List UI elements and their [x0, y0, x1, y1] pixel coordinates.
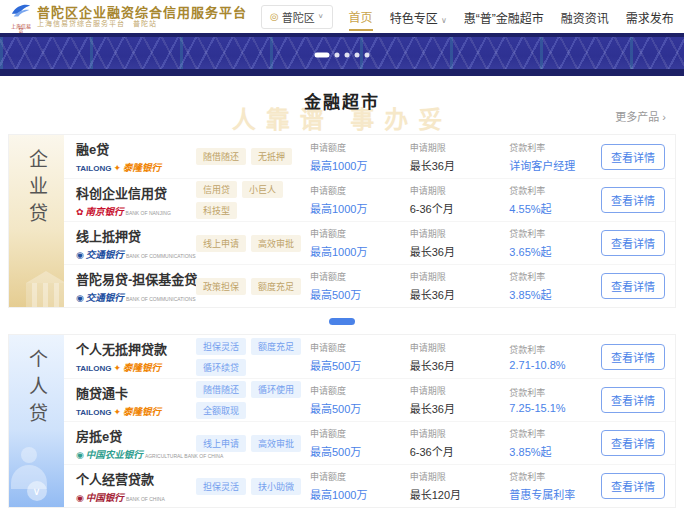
page-title: 金融超市: [304, 88, 380, 113]
location-selector[interactable]: ◎ 普陀区 ∨: [261, 5, 333, 29]
amount-value: 最高1000万: [310, 486, 402, 502]
bank-mark-icon: ◉: [76, 493, 84, 503]
product-tag: 担保灵活: [196, 478, 246, 495]
product-tag: 高效审批: [251, 435, 301, 452]
product-tag: 扶小助微: [251, 478, 301, 495]
product-tag: 线上申请: [196, 235, 246, 252]
rate-value: 7.25-15.1%: [509, 402, 601, 414]
product-tag: 无抵押: [251, 148, 292, 165]
period-value: 最长36月: [410, 400, 502, 416]
product-tags: 担保灵活额度充足循环续贷: [196, 338, 302, 376]
bank-en-name: TAILONG: [76, 364, 111, 373]
hero-banner: [0, 33, 684, 76]
period-value: 6-36个月: [410, 443, 502, 459]
product-title: 房抵e贷: [76, 426, 196, 445]
rate-value: 3.65%起: [509, 243, 601, 259]
period-label: 申请期限: [410, 341, 502, 354]
rate-label: 贷款利率: [509, 427, 601, 440]
product-tag: 额度充足: [251, 338, 301, 355]
amount-value: 最高1000万: [310, 157, 402, 173]
nav-item-finance-news[interactable]: 融资资讯: [561, 3, 609, 30]
product-row: 房抵e贷 ◉ 中国农业银行 AGRICULTURAL BANK OF CHINA…: [64, 421, 675, 464]
bank-name: 中国农业银行: [86, 447, 143, 461]
product-row: 科创企业信用贷 ✿ 南京银行 BANK OF NANJING 信用贷小巨人科技型…: [64, 178, 675, 221]
carousel-dot-active[interactable]: [315, 53, 330, 58]
bank-logo: ◉ 中国农业银行 AGRICULTURAL BANK OF CHINA: [76, 447, 196, 461]
nav-item-special-zones[interactable]: 特色专区 ∨: [390, 3, 447, 30]
section-label: 企业贷: [23, 149, 50, 230]
top-header: 上海信易贷 普陀区企业融资综合信用服务平台 上海信易贷综合服务平台 普陀站 ◎ …: [0, 0, 684, 33]
nav-item-home[interactable]: 首页: [349, 2, 373, 31]
carousel-dot[interactable]: [335, 53, 340, 58]
more-products-link[interactable]: 更多产品 ›: [615, 108, 666, 124]
view-detail-button[interactable]: 查看详情: [601, 344, 665, 370]
rate-label: 贷款利率: [509, 227, 601, 240]
bank-name: 南京银行: [86, 204, 124, 218]
rate-label: 贷款利率: [509, 141, 601, 154]
section-label: 个人贷: [23, 349, 50, 430]
chevron-down-icon: ∨: [441, 16, 447, 25]
product-row: 线上抵押贷 ◉ 交通银行 BANK OF COMMUNICATIONS 线上申请…: [64, 221, 675, 264]
rate-label: 贷款利率: [509, 386, 601, 399]
rate-label: 贷款利率: [509, 343, 601, 356]
product-tag: 担保灵活: [196, 338, 246, 355]
period-value: 6-36个月: [410, 200, 502, 216]
bank-logo: ◉ 中国银行 BANK OF CHINA: [76, 490, 196, 504]
product-title: 随贷通卡: [76, 383, 196, 402]
view-detail-button[interactable]: 查看详情: [601, 273, 665, 299]
bank-mark-icon: ✦: [113, 363, 121, 373]
bank-en-sub: BANK OF CHINA: [126, 496, 165, 502]
product-tags: 随借随还循环使用全额取现: [196, 381, 302, 419]
period-value: 最长36月: [410, 357, 502, 373]
market-section-head: 人靠谱 事办妥 金融超市 更多产品 ›: [0, 76, 684, 134]
period-label: 申请期限: [410, 184, 502, 197]
product-tag: 循环续贷: [196, 359, 246, 376]
section-carousel-indicator[interactable]: [329, 318, 355, 325]
chevron-down-icon: ∨: [318, 13, 324, 20]
nav-item-finance-market[interactable]: 惠“普”金融超市: [464, 3, 544, 30]
carousel-dot[interactable]: [355, 53, 360, 58]
bank-logo: ◉ 交通银行 BANK OF COMMUNICATIONS: [76, 290, 196, 304]
amount-label: 申请额度: [310, 227, 402, 240]
bank-logo: TAILONG ✦ 泰隆银行: [76, 160, 196, 174]
view-detail-button[interactable]: 查看详情: [601, 230, 665, 256]
bank-name: 交通银行: [86, 247, 124, 261]
amount-label: 申请额度: [310, 384, 402, 397]
view-detail-button[interactable]: 查看详情: [601, 387, 665, 413]
bank-mark-icon: ◉: [76, 450, 84, 460]
period-label: 申请期限: [410, 141, 502, 154]
bank-en-sub: BANK OF NANJING: [126, 210, 171, 216]
location-pin-icon: ◎: [270, 11, 279, 22]
view-detail-button[interactable]: 查看详情: [601, 144, 665, 170]
amount-value: 最高500万: [310, 357, 402, 373]
product-tags: 担保灵活扶小助微: [196, 478, 302, 495]
view-detail-button[interactable]: 查看详情: [601, 187, 665, 213]
product-tag: 线上申请: [196, 435, 246, 452]
product-tags: 政策担保额度充足: [196, 278, 302, 295]
rate-label: 贷款利率: [509, 184, 601, 197]
product-row: 个人经营贷款 ◉ 中国银行 BANK OF CHINA 担保灵活扶小助微 申请额…: [64, 464, 675, 507]
product-row: 个人无抵押贷款 TAILONG ✦ 泰隆银行 担保灵活额度充足循环续贷 申请额度…: [64, 335, 675, 378]
product-row: 普陀易贷-担保基金贷 ◉ 交通银行 BANK OF COMMUNICATIONS…: [64, 264, 675, 307]
amount-label: 申请额度: [310, 270, 402, 283]
rate-value: 详询客户经理: [509, 157, 601, 173]
view-detail-button[interactable]: 查看详情: [601, 430, 665, 456]
product-tag: 全额取现: [196, 402, 246, 419]
carousel-dot[interactable]: [365, 53, 370, 58]
product-row: 随贷通卡 TAILONG ✦ 泰隆银行 随借随还循环使用全额取现 申请额度最高5…: [64, 378, 675, 421]
bank-name: 泰隆银行: [123, 160, 161, 174]
chevron-down-icon[interactable]: ∨: [27, 481, 47, 501]
bank-logo: ✿ 南京银行 BANK OF NANJING: [76, 204, 196, 218]
bank-en-name: TAILONG: [76, 408, 111, 417]
location-label: 普陀区: [282, 9, 315, 25]
product-tags: 线上申请高效审批: [196, 235, 302, 252]
nav-item-demand-publish[interactable]: 需求发布: [626, 3, 674, 30]
product-tag: 随借随还: [196, 381, 246, 398]
carousel-dot[interactable]: [345, 53, 350, 58]
rate-label: 贷款利率: [509, 270, 601, 283]
view-detail-button[interactable]: 查看详情: [601, 473, 665, 499]
product-tag: 高效审批: [251, 235, 301, 252]
amount-label: 申请额度: [310, 427, 402, 440]
period-label: 申请期限: [410, 427, 502, 440]
banner-carousel-dots: [315, 53, 370, 58]
